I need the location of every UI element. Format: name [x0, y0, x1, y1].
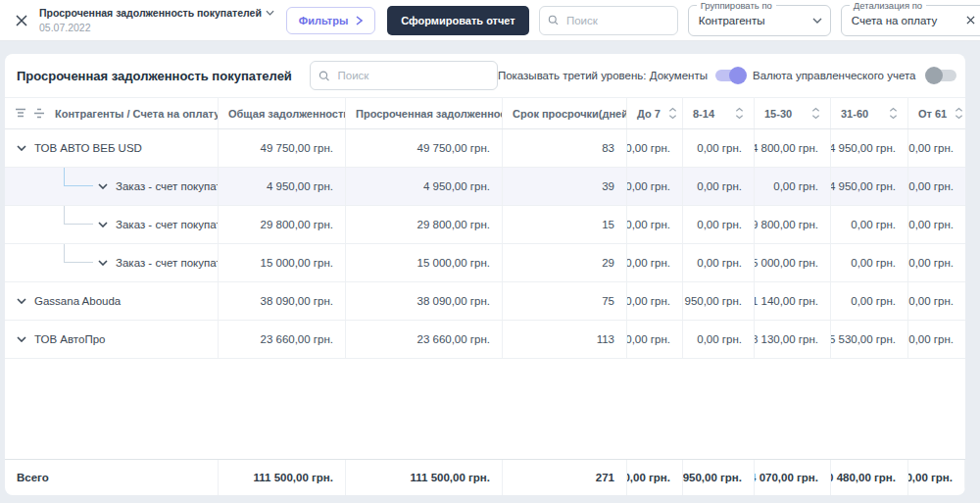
column-header[interactable]: Общая задолженность	[219, 98, 346, 128]
cell-value: 0,00 грн.	[755, 168, 831, 205]
cell-value: 38 090,00 грн.	[346, 282, 503, 320]
table-row[interactable]: ТОВ АвтоПро23 660,00 грн.23 660,00 грн.1…	[5, 321, 965, 359]
sort-icon[interactable]	[668, 107, 677, 120]
cell-value: 0,00 грн.	[908, 206, 965, 243]
report-panel: Просроченная задолженность покупателей П…	[5, 54, 965, 495]
cell-name: Заказ - счет покупателю № 6 от 04.06.202…	[5, 244, 219, 281]
cell-value: 0,00 грн.	[683, 129, 755, 167]
cell-value: 0,00 грн.	[683, 206, 755, 243]
generate-report-button[interactable]: Сформировать отчет	[387, 6, 528, 35]
cell-value: 83	[503, 129, 627, 167]
filters-label: Фильтры	[299, 15, 348, 26]
table-total-row: Всего111 500,00 грн.111 500,00 грн.2710,…	[5, 459, 965, 495]
group-by-select[interactable]: Группировать по Контрагенты	[688, 5, 831, 36]
panel-search[interactable]	[310, 61, 498, 90]
table-row[interactable]: Gassana Abouda38 090,00 грн.38 090,00 гр…	[5, 282, 965, 321]
cell-name: ТОВ АвтоПро	[5, 321, 219, 358]
cell-value: 4 950,00 грн.	[831, 129, 908, 167]
column-header[interactable]: Срок просрочки(дней)	[503, 98, 627, 128]
cell-value: 271	[503, 460, 627, 495]
cell-value: 111 500,00 грн.	[346, 460, 503, 495]
clear-icon[interactable]	[966, 16, 975, 25]
chevron-down-icon[interactable]	[812, 18, 822, 24]
table-row[interactable]: ТОВ АВТО ВЕБ USD49 750,00 грн.49 750,00 …	[5, 129, 965, 168]
chevron-right-icon	[356, 16, 363, 25]
report-title: Просроченная задолженность покупателей	[39, 7, 262, 19]
cell-name: Всего	[5, 460, 219, 495]
toggle-knob	[729, 67, 747, 84]
row-expand-icon[interactable]	[17, 298, 26, 304]
panel-search-input[interactable]	[336, 69, 489, 82]
cell-value: 5 530,00 грн.	[831, 321, 908, 358]
row-expand-icon[interactable]	[98, 260, 108, 266]
row-expand-icon[interactable]	[98, 222, 108, 227]
column-header[interactable]: До 7	[627, 98, 683, 128]
cell-value: 10 480,00 грн.	[831, 460, 908, 495]
cell-value: 29 800,00 грн.	[755, 206, 831, 243]
expand-all-icon[interactable]	[33, 108, 45, 119]
detail-by-select[interactable]: Детализация по Счета на оплату	[841, 5, 980, 36]
cell-value: 49 750,00 грн.	[219, 129, 346, 167]
cell-name: ТОВ АВТО ВЕБ USD	[5, 129, 219, 167]
filters-button[interactable]: Фильтры	[286, 7, 375, 34]
cell-value: 75	[503, 282, 627, 320]
table-row[interactable]: Заказ - счет покупателю № 11 от 18.06.20…	[5, 206, 965, 244]
cell-value: 18 130,00 грн.	[755, 321, 831, 358]
table-header-row: Контрагенты / Счета на оплатуОбщая задол…	[5, 97, 965, 129]
column-header[interactable]: Просроченная задолженность	[346, 98, 503, 128]
table-row[interactable]: Заказ - счет покупателю № 6 от 04.06.202…	[5, 244, 965, 282]
topbar-search[interactable]	[539, 6, 678, 35]
column-header[interactable]: Контрагенты / Счета на оплату	[5, 98, 219, 128]
debt-table: Контрагенты / Счета на оплатуОбщая задол…	[5, 97, 965, 495]
sort-icon[interactable]	[735, 107, 744, 120]
sort-icon[interactable]	[889, 107, 898, 120]
cell-value: 29 800,00 грн.	[219, 206, 346, 243]
currency-toggle[interactable]	[927, 70, 956, 81]
cell-value: 0,00 грн.	[627, 244, 683, 281]
currency-toggle-label: Валюта управленческого учета	[753, 70, 915, 81]
cell-value: 44 800,00 грн.	[755, 129, 831, 167]
group-by-label: Группировать по	[697, 0, 776, 11]
column-header[interactable]: От 61	[908, 98, 965, 128]
table-empty-space	[5, 359, 965, 459]
cell-value: 38 090,00 грн.	[219, 282, 346, 320]
row-expand-icon[interactable]	[17, 336, 26, 342]
column-header[interactable]: 15-30	[755, 98, 831, 128]
cell-value: 23 660,00 грн.	[346, 321, 503, 358]
sort-icon[interactable]	[811, 107, 820, 120]
cell-name: Заказ - счет покупателю № 15 от 25.05.20…	[5, 168, 219, 205]
cell-value: 15 000,00 грн.	[755, 244, 831, 281]
cell-value: 94 070,00 грн.	[755, 460, 831, 495]
row-label: Заказ - счет покупателю № 11 от 18.06.20…	[116, 219, 219, 230]
page-background: Просроченная задолженность покупателей П…	[0, 41, 980, 503]
cell-value: 0,00 грн.	[908, 244, 965, 281]
cell-value: 0,00 грн.	[831, 244, 908, 281]
detail-by-label: Детализация по	[850, 0, 926, 11]
report-title-block[interactable]: Просроченная задолженность покупателей 0…	[39, 7, 274, 32]
column-header[interactable]: 31-60	[831, 98, 908, 128]
topbar-search-input[interactable]	[564, 14, 669, 27]
row-label: Заказ - счет покупателю № 15 от 25.05.20…	[116, 180, 219, 192]
cell-value: 15 000,00 грн.	[346, 244, 503, 281]
cell-value: 0,00 грн.	[627, 282, 683, 320]
row-expand-icon[interactable]	[17, 145, 26, 151]
table-row[interactable]: Заказ - счет покупателю № 15 от 25.05.20…	[5, 168, 965, 206]
column-header[interactable]: 8-14	[683, 98, 755, 128]
cell-value: 23 660,00 грн.	[219, 321, 346, 358]
table-body: ТОВ АВТО ВЕБ USD49 750,00 грн.49 750,00 …	[5, 129, 965, 359]
close-icon[interactable]	[14, 13, 29, 28]
row-expand-icon[interactable]	[98, 183, 108, 189]
collapse-all-icon[interactable]	[15, 108, 26, 119]
cell-value: 15	[503, 206, 627, 243]
cell-value: 0,00 грн.	[627, 321, 683, 358]
cell-value: 0,00 грн.	[683, 321, 755, 358]
cell-name: Заказ - счет покупателю № 11 от 18.06.20…	[5, 206, 219, 243]
sort-icon[interactable]	[955, 107, 963, 120]
row-label: Заказ - счет покупателю № 6 от 04.06.202…	[116, 257, 219, 269]
cell-value: 6 950,00 грн.	[683, 460, 755, 495]
top-toolbar: Просроченная задолженность покупателей 0…	[0, 0, 980, 41]
third-level-toggle-label: Показывать третий уровень: Документы	[498, 70, 708, 81]
cell-value: 4 950,00 грн.	[219, 168, 346, 205]
third-level-toggle[interactable]	[715, 70, 745, 81]
search-icon	[548, 14, 559, 26]
